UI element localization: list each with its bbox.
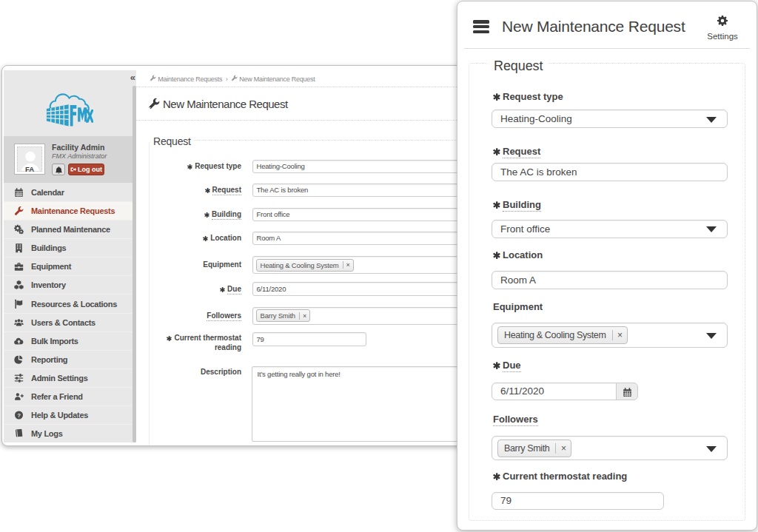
svg-text:?: ? — [17, 412, 21, 419]
